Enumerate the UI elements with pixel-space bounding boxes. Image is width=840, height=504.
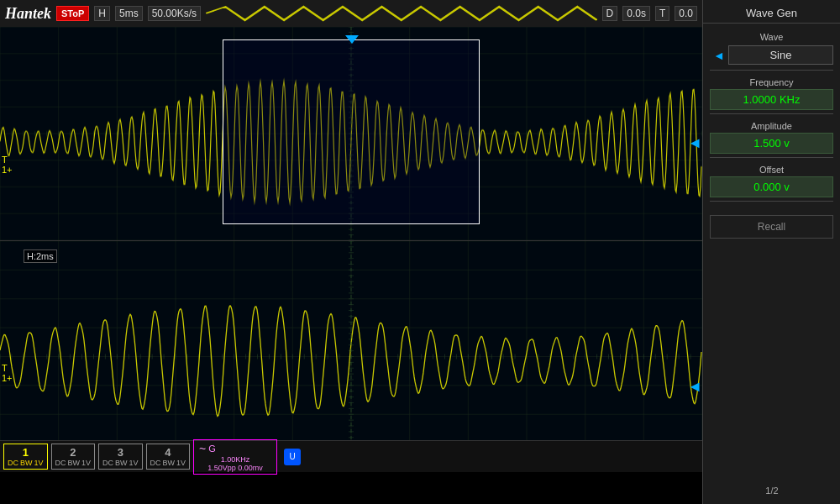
ch2-status[interactable]: 2 DC BW 1V (51, 444, 96, 470)
page-indicator: 1/2 (703, 486, 840, 496)
gen-vpp: 1.50Vpp 0.00mv (199, 464, 271, 472)
wavegen-title: Wave Gen (703, 0, 840, 24)
ch2-number: 2 (70, 446, 76, 459)
usb-icon: U (284, 449, 301, 465)
brand-logo: Hantek (5, 5, 51, 23)
amp-value[interactable]: 1.500 v (710, 133, 833, 154)
wave-row[interactable]: ◄ Sine (710, 44, 833, 66)
ch2-bw: BW (68, 459, 81, 467)
trig-value: 0.0 (675, 6, 697, 21)
scope-area: T1+ T1+ H:2ms 1 DC BW 1V 2 DC BW 1V 3 (0, 27, 702, 472)
gen-sym: ~ (199, 442, 206, 455)
ch1-dc: DC (8, 459, 18, 467)
d-label: D (602, 6, 618, 21)
ch4-scale: 1V (176, 459, 186, 467)
wave-left-btn[interactable]: ◄ (710, 49, 728, 62)
ch4-dc: DC (150, 459, 161, 467)
offset-value[interactable]: 0.000 v (710, 176, 833, 197)
ch3-number: 3 (118, 446, 123, 459)
trigger-marker-top (345, 35, 359, 44)
wave-section: Wave ◄ Sine Frequency 1.0000 KHz Amplitu… (703, 24, 840, 208)
ch4-status[interactable]: 4 DC BW 1V (146, 444, 191, 470)
toolbar: Hantek SToP H 5ms 50.00Ks/s D 0.0s T 0.0 (0, 0, 702, 27)
trigger-level-top: T1+ (2, 155, 13, 175)
delay-value: 0.0s (622, 6, 650, 21)
freq-label: Frequency (710, 74, 833, 89)
trigger-level-bottom: T1+ (2, 363, 13, 383)
wave-left-arrow[interactable]: ◄ (687, 134, 702, 152)
ch4-bw: BW (163, 459, 176, 467)
t-label: T (655, 6, 669, 21)
freq-value[interactable]: 1.0000 KHz (710, 89, 833, 110)
ch3-status[interactable]: 3 DC BW 1V (98, 444, 143, 470)
gen-status[interactable]: ~ G 1.00KHz 1.50Vpp 0.00mv (193, 439, 277, 475)
right-panel: Wave Gen Wave ◄ Sine Frequency 1.0000 KH… (702, 0, 840, 504)
ch3-bw: BW (115, 459, 128, 467)
gen-label: G (208, 444, 216, 454)
timebase-value[interactable]: 5ms (115, 6, 143, 21)
ch1-scale: 1V (34, 459, 44, 467)
stop-button[interactable]: SToP (56, 6, 89, 21)
status-bar: 1 DC BW 1V 2 DC BW 1V 3 DC BW 1V (0, 440, 702, 472)
panel-bottom (0, 241, 702, 472)
ch4-number: 4 (165, 446, 171, 459)
ch2-dc: DC (55, 459, 66, 467)
ch1-status[interactable]: 1 DC BW 1V (3, 444, 48, 470)
gen-freq: 1.00KHz (199, 455, 271, 464)
ch1-number: 1 (23, 446, 29, 459)
ch3-scale: 1V (129, 459, 139, 467)
ch3-dc: DC (102, 459, 113, 467)
recall-button[interactable]: Recall (710, 215, 833, 239)
ch1-bw: BW (20, 459, 33, 467)
offset-label: Offset (710, 161, 833, 176)
sample-rate: 50.00Ks/s (148, 6, 201, 21)
wave-preview (206, 5, 597, 22)
recall-left-arrow[interactable]: ◄ (687, 378, 702, 396)
ch2-scale: 1V (81, 459, 91, 467)
wave-name[interactable]: Sine (728, 45, 833, 65)
h-label: H (94, 6, 110, 21)
amp-label: Amplitude (710, 118, 833, 133)
panel-top (0, 27, 702, 241)
h2ms-label: H:2ms (24, 249, 57, 263)
wave-label: Wave (710, 29, 833, 44)
